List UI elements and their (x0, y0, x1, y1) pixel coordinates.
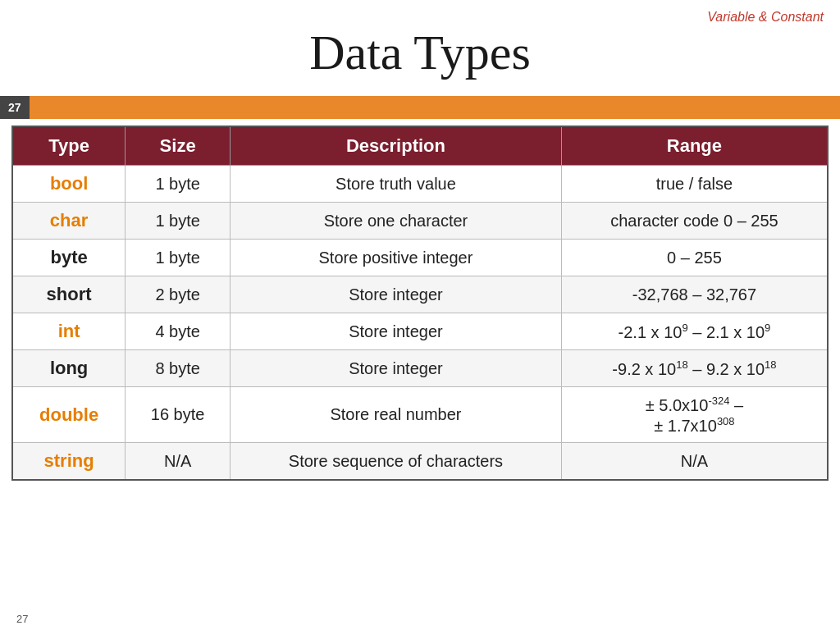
cell-size: 1 byte (126, 203, 231, 240)
col-header-size: Size (126, 126, 231, 166)
cell-description: Store integer (231, 350, 562, 387)
cell-description: Store integer (231, 313, 562, 350)
cell-description: Store one character (231, 203, 562, 240)
slide-number-bar: 27 (0, 96, 840, 119)
accent-bar (30, 96, 840, 119)
cell-size: 4 byte (126, 313, 231, 350)
cell-range: -2.1 x 109 – 2.1 x 109 (561, 313, 828, 350)
cell-range: -32,768 – 32,767 (561, 276, 828, 313)
table-row: bool1 byteStore truth valuetrue / false (12, 166, 828, 203)
col-header-range: Range (561, 126, 828, 166)
cell-size: 8 byte (126, 350, 231, 387)
cell-range: -9.2 x 1018 – 9.2 x 1018 (561, 350, 828, 387)
cell-range: N/A (561, 443, 828, 481)
cell-range: true / false (561, 166, 828, 203)
cell-type: bool (12, 166, 126, 203)
cell-size: 1 byte (126, 166, 231, 203)
cell-size: 1 byte (126, 240, 231, 276)
table-row: double16 byteStore real number± 5.0x10-3… (12, 387, 828, 443)
cell-range: character code 0 – 255 (561, 203, 828, 240)
col-header-type: Type (12, 126, 126, 166)
cell-size: N/A (126, 443, 231, 481)
table-container: Type Size Description Range bool1 byteSt… (0, 119, 840, 481)
cell-range: 0 – 255 (561, 240, 828, 276)
table-header-row: Type Size Description Range (12, 126, 828, 166)
cell-type: char (12, 203, 126, 240)
slide-number: 27 (0, 96, 30, 119)
top-label: Variable & Constant (707, 10, 824, 25)
cell-description: Store integer (231, 276, 562, 313)
col-header-description: Description (231, 126, 562, 166)
cell-description: Store sequence of characters (231, 443, 562, 481)
cell-size: 16 byte (126, 387, 231, 443)
table-row: long8 byteStore integer-9.2 x 1018 – 9.2… (12, 350, 828, 387)
table-row: int4 byteStore integer-2.1 x 109 – 2.1 x… (12, 313, 828, 350)
bottom-slide-number: 27 (16, 613, 28, 625)
cell-type: byte (12, 240, 126, 276)
cell-description: Store positive integer (231, 240, 562, 276)
cell-description: Store truth value (231, 166, 562, 203)
data-types-table: Type Size Description Range bool1 byteSt… (11, 126, 829, 481)
cell-type: string (12, 443, 126, 481)
cell-type: double (12, 387, 126, 443)
cell-type: long (12, 350, 126, 387)
cell-description: Store real number (231, 387, 562, 443)
cell-range: ± 5.0x10-324 –± 1.7x10308 (561, 387, 828, 443)
cell-size: 2 byte (126, 276, 231, 313)
table-row: byte1 byteStore positive integer0 – 255 (12, 240, 828, 276)
table-row: char1 byteStore one charactercharacter c… (12, 203, 828, 240)
cell-type: short (12, 276, 126, 313)
cell-type: int (12, 313, 126, 350)
table-row: stringN/AStore sequence of charactersN/A (12, 443, 828, 481)
table-row: short2 byteStore integer-32,768 – 32,767 (12, 276, 828, 313)
